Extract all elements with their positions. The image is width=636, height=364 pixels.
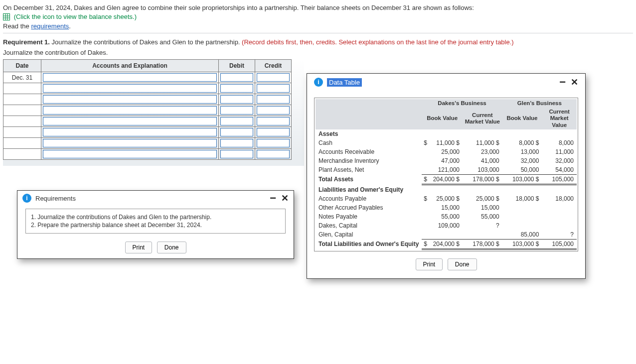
debit-input[interactable]	[220, 95, 253, 104]
section-header: Assets	[316, 129, 577, 138]
row-label: Dakes, Capital	[316, 221, 422, 230]
cell	[502, 221, 509, 230]
cell	[542, 147, 549, 156]
cell: 121,000	[430, 165, 463, 175]
debit-input[interactable]	[220, 117, 253, 125]
acct-input[interactable]	[43, 117, 217, 125]
credit-input[interactable]	[257, 117, 290, 125]
minimize-icon[interactable]: −	[270, 195, 276, 202]
cell: 204,000 $	[430, 239, 463, 249]
cell	[463, 230, 470, 240]
read-suffix: .	[69, 22, 71, 30]
cell	[542, 221, 549, 230]
cell: 178,000 $	[470, 174, 502, 184]
acct-input[interactable]	[43, 84, 217, 93]
cell: 178,000 $	[470, 239, 502, 249]
req-item-2: 2. Prepare the partnership balance sheet…	[31, 221, 280, 229]
divider	[3, 33, 633, 33]
row-label: Accounts Receivable	[316, 147, 422, 156]
cell: 23,000	[470, 147, 502, 156]
cell	[463, 156, 470, 165]
cell	[502, 194, 509, 203]
cell: 11,000 $	[430, 138, 463, 147]
debit-input[interactable]	[220, 84, 253, 93]
section-header: Liabilities and Owner's Equity	[316, 184, 577, 194]
credit-input[interactable]	[257, 106, 290, 115]
requirement-label: Requirement 1.	[3, 38, 50, 46]
cell	[422, 221, 430, 230]
data-table-dialog: i Data Table − ✕ Dakes's Business Glen's…	[307, 73, 586, 279]
info-icon: i	[22, 194, 31, 203]
cell	[542, 212, 549, 221]
acct-input[interactable]	[43, 139, 217, 147]
done-button[interactable]: Done	[448, 258, 477, 270]
print-button[interactable]: Print	[125, 242, 153, 253]
svg-rect-0	[3, 14, 10, 20]
requirements-link[interactable]: requirements	[31, 22, 69, 30]
row-label: Total Assets	[316, 174, 422, 184]
cell: 11,000 $	[470, 138, 502, 147]
cell	[463, 221, 470, 230]
acct-input[interactable]	[43, 150, 217, 158]
debit-input[interactable]	[220, 139, 253, 147]
cell	[463, 147, 470, 156]
cell: 15,000	[470, 203, 502, 212]
cell: ?	[470, 221, 502, 230]
cell	[509, 203, 542, 212]
cell: 105,000	[549, 239, 577, 249]
cell	[463, 194, 470, 203]
debit-input[interactable]	[220, 128, 253, 136]
cell	[542, 203, 549, 212]
close-icon[interactable]: ✕	[281, 195, 289, 202]
acct-input[interactable]	[43, 106, 217, 115]
date-cell: Dec. 31	[3, 72, 41, 83]
credit-input[interactable]	[257, 95, 290, 104]
credit-input[interactable]	[257, 84, 290, 93]
cell: 25,000	[430, 147, 463, 156]
row-label: Notes Payable	[316, 212, 422, 221]
glens-business-header: Glen's Business	[502, 99, 577, 108]
row-label: Total Liabilities and Owner's Equity	[316, 239, 422, 249]
cell	[509, 221, 542, 230]
cell: 103,000 $	[509, 239, 542, 249]
debit-input[interactable]	[220, 106, 253, 115]
col-acct-header: Accounts and Explanation	[41, 60, 219, 72]
print-button[interactable]: Print	[416, 258, 443, 270]
balance-sheets-link[interactable]: (Click the icon to view the balance shee…	[14, 13, 137, 20]
cell: 18,000 $	[509, 194, 542, 203]
info-icon: i	[314, 78, 323, 87]
cell	[502, 147, 509, 156]
cell: 105,000	[549, 174, 577, 184]
cell	[542, 174, 549, 184]
row-label: Accounts Payable	[316, 194, 422, 203]
cell: 25,000 $	[430, 194, 463, 203]
acct-input[interactable]	[43, 95, 217, 104]
cell	[542, 156, 549, 165]
row-label: Cash	[316, 138, 422, 147]
acct-input[interactable]	[43, 73, 217, 82]
cell: 8,000 $	[509, 138, 542, 147]
credit-input[interactable]	[257, 150, 290, 158]
credit-input[interactable]	[257, 139, 290, 147]
requirements-dialog-title: Requirements	[35, 195, 76, 202]
cell: 18,000	[549, 194, 577, 203]
debit-input[interactable]	[220, 150, 253, 158]
grid-icon[interactable]	[3, 13, 10, 20]
cell	[463, 212, 470, 221]
cell: 32,000	[549, 156, 577, 165]
close-icon[interactable]: ✕	[571, 79, 578, 86]
cell	[502, 203, 509, 212]
minimize-icon[interactable]: −	[559, 79, 566, 86]
cell: 15,000	[430, 203, 463, 212]
cell: 41,000	[470, 156, 502, 165]
debit-input[interactable]	[220, 73, 253, 82]
requirements-dialog: i Requirements − ✕ 1. Journalize the con…	[17, 190, 294, 259]
acct-input[interactable]	[43, 128, 217, 136]
credit-input[interactable]	[257, 128, 290, 136]
done-button[interactable]: Done	[157, 242, 186, 253]
credit-input[interactable]	[257, 73, 290, 82]
cell	[463, 203, 470, 212]
glens-book-value-header: Book Value	[502, 108, 542, 129]
cell: 47,000	[430, 156, 463, 165]
cell	[542, 165, 549, 175]
